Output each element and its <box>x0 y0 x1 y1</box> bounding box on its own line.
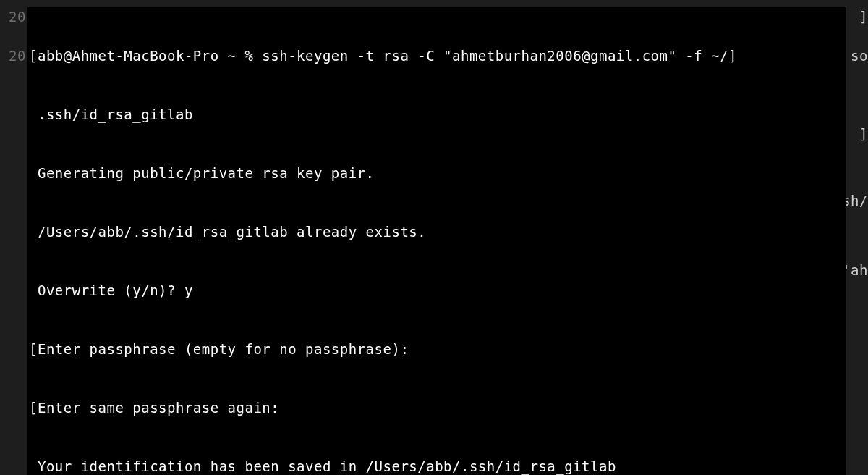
terminal-line: Your identification has been saved in /U… <box>29 457 845 475</box>
terminal-line: /Users/abb/.ssh/id_rsa_gitlab already ex… <box>29 222 845 242</box>
editor-line-gutter: 20 20 <box>0 0 26 475</box>
terminal-line: [Enter same passphrase again: <box>29 398 845 418</box>
bg-fragment: so <box>851 46 868 66</box>
bg-fragment: ] <box>859 125 868 144</box>
terminal-line: .ssh/id_rsa_gitlab <box>29 105 845 125</box>
gutter-line-number: 20 <box>0 7 26 46</box>
terminal-line: [Enter passphrase (empty for no passphra… <box>29 340 845 359</box>
gutter-line-number: 20 <box>0 46 26 85</box>
bg-fragment: ] <box>859 7 868 27</box>
terminal-line: [abb@Ahmet-MacBook-Pro ~ % ssh-keygen -t… <box>29 46 845 66</box>
terminal-pane[interactable]: [abb@Ahmet-MacBook-Pro ~ % ssh-keygen -t… <box>27 7 846 475</box>
editor-right-edge-text: ] so ] sh/ 'ah <box>848 0 868 475</box>
terminal-line: Generating public/private rsa key pair. <box>29 164 845 183</box>
terminal-line: Overwrite (y/n)? y <box>29 281 845 300</box>
screenshot-stage: 20 20 ] so ] sh/ 'ah [abb@Ahmet-MacBook-… <box>0 0 868 475</box>
